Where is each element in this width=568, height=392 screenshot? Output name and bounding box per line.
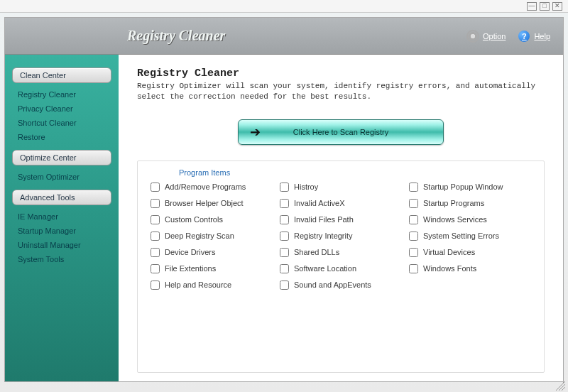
- sidebar: Clean Center Registry Cleaner Privacy Cl…: [5, 55, 119, 381]
- item-label: Device Drivers: [165, 248, 216, 256]
- checkbox[interactable]: [409, 264, 418, 273]
- checkbox[interactable]: [151, 215, 160, 224]
- checkbox[interactable]: [409, 248, 418, 257]
- sidebar-item-system-optimizer[interactable]: System Optimizer: [5, 170, 119, 184]
- item-add-remove-programs[interactable]: Add/Remove Programs: [151, 183, 273, 192]
- header: Registry Cleaner Option ? Help: [5, 18, 563, 55]
- item-invalid-activex[interactable]: Invalid ActiveX: [280, 199, 402, 208]
- checkbox[interactable]: [409, 183, 418, 192]
- page-description: Registry Optimizer will scan your system…: [137, 81, 545, 102]
- item-registry-integrity[interactable]: Registry Integrity: [280, 232, 402, 241]
- sidebar-item-restore[interactable]: Restore: [5, 130, 119, 144]
- app-frame: Registry Cleaner Option ? Help Clean Cen…: [0, 13, 568, 392]
- item-label: Help and Resource: [165, 281, 231, 289]
- help-link[interactable]: ? Help: [518, 31, 550, 42]
- item-help-and-resource[interactable]: Help and Resource: [151, 281, 273, 290]
- item-deep-registry-scan[interactable]: Deep Registry Scan: [151, 232, 273, 241]
- checkbox[interactable]: [151, 199, 160, 208]
- checkbox[interactable]: [280, 215, 289, 224]
- sidebar-item-uninstall-manager[interactable]: Uninstall Manager: [5, 238, 119, 252]
- item-histroy[interactable]: Histroy: [280, 183, 402, 192]
- checkbox[interactable]: [151, 248, 160, 257]
- sidebar-item-ie-manager[interactable]: IE Manager: [5, 209, 119, 224]
- option-label: Option: [483, 32, 506, 40]
- checkbox[interactable]: [409, 215, 418, 224]
- window-chrome: — □ ✕: [0, 0, 568, 13]
- checkbox[interactable]: [280, 199, 289, 208]
- item-invalid-files-path[interactable]: Invalid Files Path: [280, 215, 402, 224]
- scan-registry-button[interactable]: ➔ Click Here to Scan Registry: [238, 119, 444, 145]
- item-windows-fonts[interactable]: Windows Fonts: [409, 264, 531, 273]
- item-startup-popup-window[interactable]: Startup Popup Window: [409, 183, 531, 192]
- checkbox[interactable]: [151, 281, 160, 290]
- item-label: Software Location: [294, 264, 356, 273]
- resize-grip-icon[interactable]: [555, 381, 565, 391]
- checkbox[interactable]: [151, 232, 160, 241]
- sidebar-item-startup-manager[interactable]: Startup Manager: [5, 224, 119, 238]
- program-items-grid: Add/Remove Programs Histroy Startup Popu…: [151, 183, 531, 290]
- help-icon: ?: [518, 31, 530, 42]
- item-custom-controls[interactable]: Custom Controls: [151, 215, 273, 224]
- item-label: Sound and AppEvents: [294, 281, 371, 289]
- item-label: Startup Popup Window: [423, 183, 503, 191]
- item-shared-dlls[interactable]: Shared DLLs: [280, 248, 402, 257]
- item-label: Invalid Files Path: [294, 215, 354, 224]
- body: Clean Center Registry Cleaner Privacy Cl…: [5, 55, 563, 381]
- checkbox[interactable]: [280, 248, 289, 257]
- sidebar-item-privacy-cleaner[interactable]: Privacy Cleaner: [5, 102, 119, 116]
- checkbox[interactable]: [280, 232, 289, 241]
- app-title: Registry Cleaner: [127, 28, 225, 44]
- scan-button-label: Click Here to Scan Registry: [293, 128, 389, 136]
- item-system-setting-errors[interactable]: System Setting Errors: [409, 232, 531, 241]
- checkbox[interactable]: [280, 281, 289, 290]
- item-label: Registry Integrity: [294, 232, 353, 240]
- close-button[interactable]: ✕: [552, 2, 562, 11]
- item-label: Windows Services: [423, 215, 487, 224]
- checkbox[interactable]: [280, 264, 289, 273]
- maximize-button[interactable]: □: [540, 2, 550, 11]
- item-label: Custom Controls: [165, 215, 223, 224]
- sidebar-group-advanced[interactable]: Advanced Tools: [12, 190, 111, 205]
- item-browser-helper-object[interactable]: Browser Helper Object: [151, 199, 273, 208]
- item-label: File Extentions: [165, 264, 216, 273]
- gear-icon: [467, 31, 479, 42]
- option-link[interactable]: Option: [467, 31, 506, 42]
- item-label: System Setting Errors: [423, 232, 499, 240]
- sidebar-group-clean[interactable]: Clean Center: [12, 67, 111, 83]
- checkbox[interactable]: [409, 232, 418, 241]
- item-label: Invalid ActiveX: [294, 199, 345, 207]
- item-virtual-devices[interactable]: Virtual Devices: [409, 248, 531, 257]
- main-panel: Registry Cleaner Registry Optimizer will…: [119, 55, 563, 381]
- app-inner: Registry Cleaner Option ? Help Clean Cen…: [4, 17, 564, 382]
- item-startup-programs[interactable]: Startup Programs: [409, 199, 531, 208]
- sidebar-item-system-tools[interactable]: System Tools: [5, 252, 119, 266]
- item-windows-services[interactable]: Windows Services: [409, 215, 531, 224]
- checkbox[interactable]: [151, 183, 160, 192]
- checkbox[interactable]: [409, 199, 418, 208]
- item-sound-and-appevents[interactable]: Sound and AppEvents: [280, 281, 402, 290]
- sidebar-item-registry-cleaner[interactable]: Registry Cleaner: [5, 87, 119, 102]
- scan-button-wrap: ➔ Click Here to Scan Registry: [137, 119, 545, 145]
- item-software-location[interactable]: Software Location: [280, 264, 402, 273]
- item-label: Deep Registry Scan: [165, 232, 234, 240]
- item-label: Add/Remove Programs: [165, 183, 246, 191]
- checkbox[interactable]: [280, 183, 289, 192]
- sidebar-group-optimize[interactable]: Optimize Center: [12, 150, 111, 165]
- page-title: Registry Cleaner: [137, 67, 545, 80]
- program-items-title: Program Items: [151, 168, 531, 177]
- item-device-drivers[interactable]: Device Drivers: [151, 248, 273, 257]
- item-label: Histroy: [294, 183, 318, 191]
- item-label: Windows Fonts: [423, 264, 476, 273]
- minimize-button[interactable]: —: [527, 2, 537, 11]
- item-label: Browser Helper Object: [165, 199, 244, 207]
- item-label: Startup Programs: [423, 199, 484, 207]
- help-label: Help: [534, 32, 550, 40]
- item-label: Shared DLLs: [294, 248, 339, 256]
- arrow-right-icon: ➔: [250, 124, 261, 140]
- program-items-panel: Program Items Add/Remove Programs Histro…: [137, 160, 545, 373]
- checkbox[interactable]: [151, 264, 160, 273]
- sidebar-item-shortcut-cleaner[interactable]: Shortcut Cleaner: [5, 116, 119, 130]
- item-file-extentions[interactable]: File Extentions: [151, 264, 273, 273]
- item-label: Virtual Devices: [423, 248, 475, 256]
